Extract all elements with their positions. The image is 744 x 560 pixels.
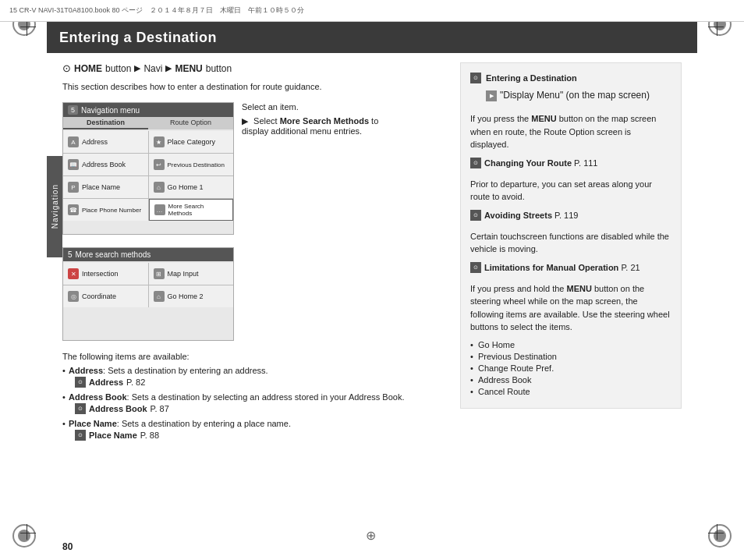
right-ref-icon-1: ⊙ [470, 158, 481, 168]
header-bar: 15 CR-V NAVI-31T0A8100.book 80 ページ ２０１４年… [0, 0, 744, 22]
address-book-ref-label: Address Book [89, 404, 147, 413]
display-menu-text: "Display Menu" (on the map screen) [500, 90, 650, 101]
menu-item-map-input[interactable]: ⊞ Map Input [149, 263, 234, 285]
nav-tab-label: Navigation [51, 184, 59, 229]
select-area: Select an item. ▶ Select More Search Met… [242, 102, 398, 139]
corner-mark-br [705, 521, 721, 537]
menu-item-place-phone[interactable]: ☎ Place Phone Number [63, 199, 148, 221]
more-search-header: 5 More search methods [63, 248, 233, 261]
corner-mark-tl [23, 23, 39, 39]
intersection-label: Intersection [82, 270, 119, 278]
file-info: 15 CR-V NAVI-31T0A8100.book 80 ページ ２０１４年… [9, 5, 304, 16]
place-name-ref-page: P. 88 [140, 431, 159, 440]
right-section-icon: ⊙ [470, 73, 481, 83]
home-icon: ⊙ [62, 62, 71, 74]
avoiding-streets-bold: Avoiding Streets [484, 211, 552, 220]
prev-dest-icon: ↩ [154, 159, 165, 170]
button-word: button [105, 63, 131, 74]
ref2-page: P. 119 [554, 211, 578, 220]
button-word-2: button [206, 63, 232, 74]
right-ref-label-1: Changing Your Route P. 111 [484, 158, 597, 168]
address-icon: A [68, 136, 79, 147]
display-menu-icon: ▶ [486, 90, 497, 101]
go-home1-label: Go Home 1 [168, 183, 204, 191]
address-book-ref-icon: ⊙ [75, 403, 86, 414]
navi-label: Navi [143, 63, 162, 74]
menu-item-go-home1[interactable]: ⌂ Go Home 1 [149, 176, 234, 198]
address-ref-label: Address [89, 377, 123, 387]
menu-item-previous-dest[interactable]: ↩ Previous Destination [149, 154, 234, 175]
select-bold: Select More Search Methods [253, 116, 369, 126]
menu-item-place-category[interactable]: ★ Place Category [149, 131, 234, 153]
right-ref-1: ⊙ Changing Your Route P. 111 [470, 158, 671, 168]
page-number: 80 [62, 541, 73, 552]
more-search-title: More search methods [76, 250, 151, 259]
steering-item-cancel-route: Cancel Route [470, 387, 671, 396]
steering-item-prev-dest: Previous Destination [470, 352, 671, 361]
ref1-page: P. 111 [574, 158, 597, 168]
select-instruction: ▶ Select More Search Methods to display … [242, 116, 398, 136]
go-home2-icon: ⌂ [154, 291, 165, 302]
address-book-label: Address Book [82, 161, 126, 168]
place-category-label: Place Category [168, 138, 216, 146]
right-body-1: If you press the MENU button on the map … [470, 112, 671, 151]
right-body-4: If you press and hold the MENU button on… [470, 282, 671, 334]
address-book-icon: 📖 [68, 159, 79, 170]
nav-menu-title: Navigation menu [81, 106, 140, 115]
steering-item-change-route: Change Route Pref. [470, 363, 671, 373]
place-name-text: : Sets a destination by entering a place… [117, 419, 291, 428]
limitations-bold: Limitations for Manual Operation [484, 263, 618, 272]
description-text: This section describes how to enter a de… [62, 82, 445, 91]
arrow-icon-2: ▶ [165, 63, 172, 73]
right-ref-icon-3: ⊙ [470, 262, 481, 273]
go-home1-icon: ⌂ [154, 182, 165, 193]
address-book-bold: Address Book [69, 392, 127, 402]
place-name-ref-icon: ⊙ [75, 430, 86, 441]
select-arrow: ▶ [242, 116, 248, 126]
bullet-place-name: Place Name: Sets a destination by enteri… [62, 419, 445, 441]
right-ref-3: ⊙ Limitations for Manual Operation P. 21 [470, 262, 671, 273]
menu-item-go-home2[interactable]: ⌂ Go Home 2 [149, 285, 234, 307]
go-home2-label: Go Home 2 [168, 292, 204, 300]
steering-item-go-home: Go Home [470, 340, 671, 349]
place-phone-label: Place Phone Number [82, 207, 141, 214]
menu-item-more-search[interactable]: … More Search Methods [149, 199, 234, 221]
right-body-3: Certain touchscreen functions are disabl… [470, 230, 671, 256]
home-label: HOME [74, 63, 102, 74]
corner-mark-tr [705, 23, 721, 39]
more-search-icon: … [154, 204, 165, 215]
address-ref: ⊙ Address P. 82 [69, 377, 445, 388]
right-body-2: Prior to departure, you can set areas al… [470, 178, 671, 204]
nav-menu-screenshot: 5 Navigation menu Destination Route Opti… [62, 102, 234, 235]
address-text: : Sets a destination by entering an addr… [103, 366, 268, 375]
menu-item-place-name[interactable]: P Place Name [63, 176, 148, 198]
more-search-num: 5 [68, 250, 73, 259]
prev-dest-label: Previous Destination [168, 161, 225, 168]
menu-item-intersection[interactable]: ✕ Intersection [63, 263, 148, 285]
steering-wheel-items: Go Home Previous Destination Change Rout… [470, 340, 671, 396]
bottom-center-mark [366, 528, 378, 541]
tab-route-option[interactable]: Route Option [148, 117, 233, 129]
more-search-label: More Search Methods [168, 203, 229, 217]
right-display-menu: ▶ "Display Menu" (on the map screen) [470, 90, 671, 101]
place-name-ref-label: Place Name [89, 431, 137, 440]
menu-item-coordinate[interactable]: ◎ Coordinate [63, 285, 148, 307]
menu-item-address-book[interactable]: 📖 Address Book [63, 154, 148, 175]
main-content: ⊙ HOME button ▶ Navi ▶ MENU button This … [62, 62, 682, 529]
right-section-title: Entering a Destination [486, 73, 577, 83]
address-ref-page: P. 82 [126, 377, 145, 387]
right-ref-label-3: Limitations for Manual Operation P. 21 [484, 263, 640, 272]
changing-route-bold: Changing Your Route [484, 158, 572, 168]
right-ref-2: ⊙ Avoiding Streets P. 119 [470, 210, 671, 221]
right-ref-label-2: Avoiding Streets P. 119 [484, 211, 578, 220]
nav-menu-grid: A Address ★ Place Category 📖 Address Boo… [63, 131, 233, 221]
coordinate-label: Coordinate [82, 292, 116, 300]
nav-menu-header: 5 Navigation menu [63, 103, 233, 117]
menu-item-address[interactable]: A Address [63, 131, 148, 153]
place-name-label: Place Name [82, 183, 120, 191]
tab-destination[interactable]: Destination [63, 117, 148, 129]
left-column: ⊙ HOME button ▶ Navi ▶ MENU button This … [62, 62, 445, 445]
menu-label: MENU [175, 63, 202, 74]
home-button-line: ⊙ HOME button ▶ Navi ▶ MENU button [62, 62, 445, 74]
address-label: Address [82, 138, 108, 146]
